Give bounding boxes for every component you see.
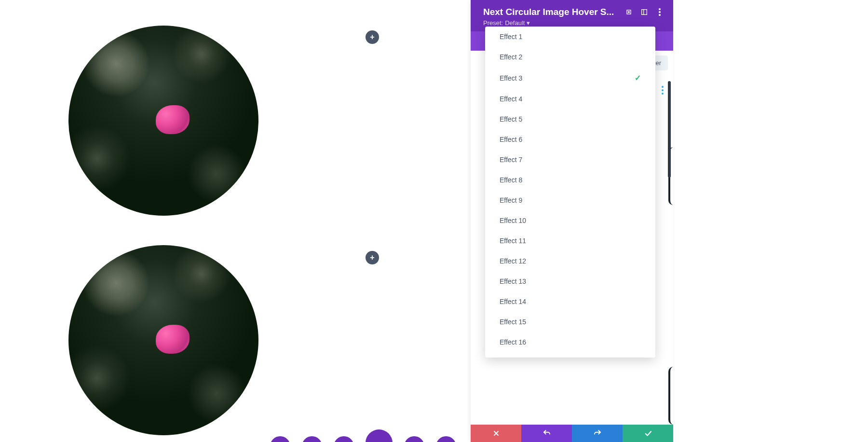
effect-option[interactable]: Effect 11 — [485, 231, 655, 251]
add-module-button[interactable]: + — [366, 30, 379, 44]
effect-option[interactable]: Effect 6 — [485, 129, 655, 150]
effect-option[interactable]: Effect 4 — [485, 89, 655, 109]
expand-icon[interactable] — [624, 7, 634, 17]
save-button[interactable] — [623, 425, 673, 442]
preset-selector[interactable]: Preset: Default ▾ — [483, 19, 665, 27]
effect-option-label: Effect 6 — [500, 136, 522, 143]
effect-option[interactable]: Effect 2 — [485, 47, 655, 67]
effect-option-label: Effect 12 — [500, 257, 526, 265]
svg-point-6 — [659, 14, 661, 16]
effect-option-label: Effect 16 — [500, 338, 526, 346]
builder-toolbar — [270, 429, 456, 442]
effect-option-label: Effect 9 — [500, 196, 522, 204]
cancel-button[interactable] — [471, 425, 521, 442]
panel-title: Next Circular Image Hover S... — [483, 7, 618, 17]
svg-rect-2 — [642, 10, 647, 15]
effect-option[interactable]: Effect 12 — [485, 251, 655, 271]
toolbar-button[interactable] — [334, 436, 354, 442]
scrollbar-thumb[interactable] — [668, 81, 671, 178]
layout-icon[interactable] — [639, 7, 649, 17]
svg-point-1 — [628, 12, 630, 13]
effect-option-label: Effect 13 — [500, 277, 526, 285]
toolbar-main-button[interactable] — [366, 429, 393, 442]
effect-option[interactable]: Effect 13 — [485, 271, 655, 291]
toolbar-button[interactable] — [270, 436, 290, 442]
add-module-button[interactable]: + — [366, 251, 379, 264]
effect-option[interactable]: Effect 8 — [485, 170, 655, 190]
effect-option-label: Effect 2 — [500, 53, 522, 61]
undo-button[interactable] — [521, 425, 572, 442]
effect-option[interactable]: Effect 3✓ — [485, 67, 655, 89]
preview-arc — [668, 367, 673, 425]
more-icon[interactable] — [655, 7, 665, 17]
effect-option[interactable]: Effect 16 — [485, 332, 655, 352]
preset-label: Preset: — [483, 19, 503, 27]
effect-option-label: Effect 7 — [500, 156, 522, 164]
effect-option-label: Effect 15 — [500, 318, 526, 326]
effect-option-label: Effect 3 — [500, 74, 522, 82]
circular-image-1[interactable] — [68, 26, 258, 216]
toolbar-button[interactable] — [404, 436, 424, 442]
preset-value: Default — [505, 19, 525, 27]
effect-option-label: Effect 1 — [500, 33, 522, 41]
svg-point-5 — [659, 11, 661, 13]
svg-point-4 — [659, 8, 661, 10]
effect-option-label: Effect 10 — [500, 217, 526, 224]
effect-option[interactable]: Effect 15 — [485, 312, 655, 332]
effect-option-label: Effect 11 — [500, 237, 526, 245]
chevron-down-icon: ▾ — [527, 19, 530, 27]
effect-option[interactable]: Effect 9 — [485, 190, 655, 210]
effect-option[interactable]: Effect 14 — [485, 291, 655, 312]
effect-option[interactable]: Effect 5 — [485, 109, 655, 129]
effect-option[interactable]: Effect 7 — [485, 150, 655, 170]
toolbar-button[interactable] — [436, 436, 456, 442]
action-bar — [471, 425, 673, 442]
effect-option[interactable]: Effect 10 — [485, 210, 655, 231]
effect-dropdown[interactable]: Effect 1Effect 2Effect 3✓Effect 4Effect … — [485, 27, 655, 358]
effect-option-label: Effect 14 — [500, 298, 526, 305]
canvas-preview: + + — [0, 0, 471, 442]
scrollbar[interactable] — [668, 81, 671, 250]
circular-image-2[interactable] — [68, 245, 258, 435]
redo-button[interactable] — [572, 425, 623, 442]
toolbar-button[interactable] — [302, 436, 322, 442]
effect-option-label: Effect 5 — [500, 115, 522, 123]
check-icon: ✓ — [635, 73, 641, 83]
effect-option[interactable]: Effect 1 — [485, 27, 655, 47]
field-options-icon[interactable] — [662, 86, 664, 95]
effect-option[interactable]: Effect 17 — [485, 352, 655, 358]
effect-option-label: Effect 8 — [500, 176, 522, 184]
effect-option-label: Effect 4 — [500, 95, 522, 103]
